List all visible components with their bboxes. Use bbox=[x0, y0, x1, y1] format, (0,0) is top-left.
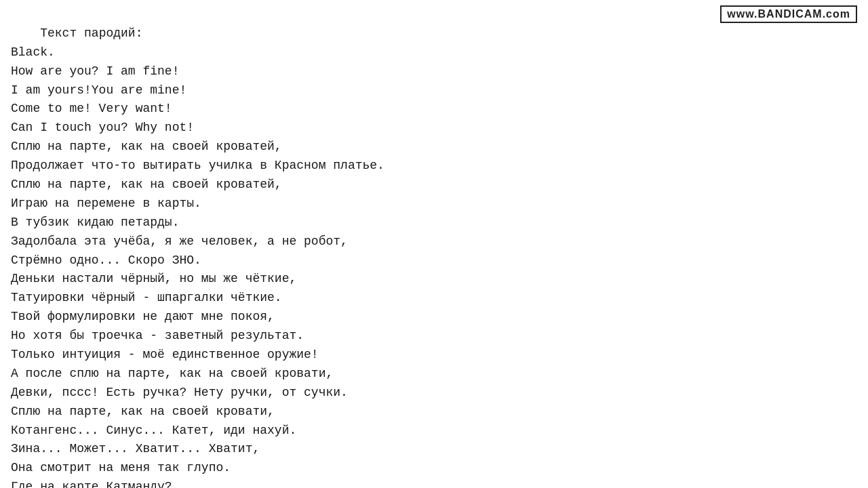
verse1: How are you? I am fine! I am yours!You a… bbox=[11, 64, 194, 135]
main-content: www.BANDICAM.com Текст пародий: Black. H… bbox=[0, 0, 868, 488]
verse7: Зина... Может... Хватит... Хватит, Она с… bbox=[11, 442, 260, 488]
lyrics-content: Текст пародий: Black. How are you? I am … bbox=[11, 5, 857, 488]
verse4: Задолбала эта учёба, я же человек, а не … bbox=[11, 235, 348, 305]
header-line: Текст пародий: Black. bbox=[11, 26, 142, 59]
verse2: Сплю на парте, как на своей кроватей, Пр… bbox=[11, 140, 384, 172]
verse5: Твой формулировки не дают мне покоя, Но … bbox=[11, 310, 319, 361]
watermark-badge: www.BANDICAM.com bbox=[720, 5, 857, 23]
verse6: А после сплю на парте, как на своей кров… bbox=[11, 367, 348, 437]
verse3: Сплю на парте, как на своей кроватей, Иг… bbox=[11, 178, 282, 229]
